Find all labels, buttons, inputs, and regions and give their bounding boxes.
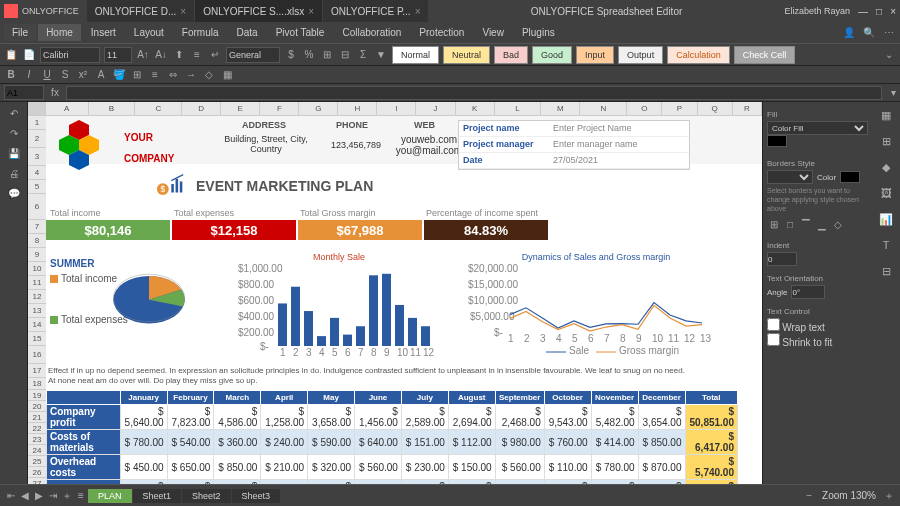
style-good[interactable]: Good [532, 46, 572, 64]
fill-type-select[interactable]: Color Fill [767, 121, 868, 135]
row-22[interactable]: 22 [28, 423, 46, 434]
text-settings-icon[interactable]: T [877, 236, 895, 254]
row-17[interactable]: 17 [28, 364, 46, 378]
save-icon[interactable]: 💾 [7, 146, 21, 160]
expand-formula-icon[interactable]: ▾ [886, 86, 900, 100]
delete-icon[interactable]: ⊟ [338, 48, 352, 62]
style-neutral[interactable]: Neutral [443, 46, 490, 64]
row-15[interactable]: 15 [28, 332, 46, 346]
col-C[interactable]: C [135, 102, 182, 115]
row-3[interactable]: 3 [28, 148, 46, 166]
close-icon[interactable]: × [308, 6, 314, 17]
border-icon[interactable]: ⊞ [130, 68, 144, 82]
row-25[interactable]: 25 [28, 456, 46, 467]
pivot-settings-icon[interactable]: ⊟ [877, 262, 895, 280]
comment-icon[interactable]: 💬 [7, 186, 21, 200]
font-select[interactable] [40, 47, 100, 63]
row-10[interactable]: 10 [28, 262, 46, 276]
font-size[interactable] [104, 47, 132, 63]
add-sheet-icon[interactable]: ＋ [60, 489, 74, 503]
shrink-checkbox[interactable] [767, 333, 780, 346]
row-9[interactable]: 9 [28, 248, 46, 262]
italic-icon[interactable]: I [22, 68, 36, 82]
row-18[interactable]: 18 [28, 378, 46, 390]
prev-sheet-icon[interactable]: ◀ [18, 489, 32, 503]
cell-settings-icon[interactable]: ▦ [877, 106, 895, 124]
size-up-icon[interactable]: A↑ [136, 48, 150, 62]
cell-reference[interactable] [4, 85, 44, 100]
align-top-icon[interactable]: ⬆ [172, 48, 186, 62]
insert-icon[interactable]: ⊞ [320, 48, 334, 62]
doc-tab-2[interactable]: ONLYOFFICE P...× [323, 0, 429, 22]
menu-plugins[interactable]: Plugins [514, 24, 563, 41]
menu-pivot[interactable]: Pivot Table [268, 24, 333, 41]
cond-format-icon[interactable]: ▦ [220, 68, 234, 82]
col-A[interactable]: A [46, 102, 89, 115]
row-2[interactable]: 2 [28, 130, 46, 148]
row-1[interactable]: 1 [28, 116, 46, 130]
maximize-icon[interactable]: □ [876, 6, 882, 17]
first-sheet-icon[interactable]: ⇤ [4, 489, 18, 503]
col-F[interactable]: F [260, 102, 299, 115]
sheet-tab-3[interactable]: Sheet3 [232, 489, 281, 503]
row-14[interactable]: 14 [28, 318, 46, 332]
col-I[interactable]: I [377, 102, 416, 115]
expand-icon[interactable]: ⌄ [882, 48, 896, 62]
row-7[interactable]: 7 [28, 220, 46, 234]
border-style[interactable] [767, 170, 813, 184]
menu-insert[interactable]: Insert [83, 24, 124, 41]
indent-input[interactable] [767, 252, 797, 266]
menu-protect[interactable]: Protection [411, 24, 472, 41]
style-bad[interactable]: Bad [494, 46, 528, 64]
clear-icon[interactable]: ◇ [202, 68, 216, 82]
font-color-icon[interactable]: A [94, 68, 108, 82]
menu-view[interactable]: View [474, 24, 512, 41]
sheet-list-icon[interactable]: ≡ [74, 489, 88, 503]
filter-icon[interactable]: ▼ [374, 48, 388, 62]
menu-collab[interactable]: Collaboration [334, 24, 409, 41]
row-26[interactable]: 26 [28, 467, 46, 478]
formula-bar[interactable] [66, 86, 882, 100]
fill-color-icon[interactable]: 🪣 [112, 68, 126, 82]
percent-icon[interactable]: % [302, 48, 316, 62]
row-6[interactable]: 6 [28, 194, 46, 220]
merge-icon[interactable]: ⇔ [166, 68, 180, 82]
col-B[interactable]: B [89, 102, 136, 115]
row-13[interactable]: 13 [28, 304, 46, 318]
wrap-icon[interactable]: ↵ [208, 48, 222, 62]
strike-icon[interactable]: S [58, 68, 72, 82]
last-sheet-icon[interactable]: ⇥ [46, 489, 60, 503]
menu-formula[interactable]: Formula [174, 24, 227, 41]
border-bot-icon[interactable]: ▁ [815, 217, 829, 231]
bold-icon[interactable]: B [4, 68, 18, 82]
row-5[interactable]: 5 [28, 180, 46, 194]
row-24[interactable]: 24 [28, 445, 46, 456]
menu-data[interactable]: Data [229, 24, 266, 41]
menu-layout[interactable]: Layout [126, 24, 172, 41]
row-21[interactable]: 21 [28, 412, 46, 423]
search-icon[interactable]: 🔍 [862, 26, 876, 40]
sheet-tab-2[interactable]: Sheet2 [182, 489, 231, 503]
doc-tab-1[interactable]: ONLYOFFICE S....xlsx× [195, 0, 322, 22]
menu-home[interactable]: Home [38, 24, 81, 41]
col-P[interactable]: P [662, 102, 697, 115]
border-top-icon[interactable]: ▔ [799, 217, 813, 231]
indent-icon[interactable]: → [184, 68, 198, 82]
row-16[interactable]: 16 [28, 346, 46, 364]
col-G[interactable]: G [299, 102, 338, 115]
col-M[interactable]: M [541, 102, 580, 115]
chart-settings-icon[interactable]: 📊 [877, 210, 895, 228]
row-20[interactable]: 20 [28, 401, 46, 412]
undo-icon[interactable]: ↶ [7, 106, 21, 120]
doc-tab-0[interactable]: ONLYOFFICE D...× [87, 0, 194, 22]
style-calc[interactable]: Calculation [667, 46, 730, 64]
currency-icon[interactable]: $ [284, 48, 298, 62]
close-icon[interactable]: × [180, 6, 186, 17]
col-Q[interactable]: Q [698, 102, 733, 115]
col-O[interactable]: O [627, 102, 662, 115]
col-L[interactable]: L [495, 102, 542, 115]
image-settings-icon[interactable]: 🖼 [877, 184, 895, 202]
row-8[interactable]: 8 [28, 234, 46, 248]
minimize-icon[interactable]: — [858, 6, 868, 17]
style-output[interactable]: Output [618, 46, 663, 64]
